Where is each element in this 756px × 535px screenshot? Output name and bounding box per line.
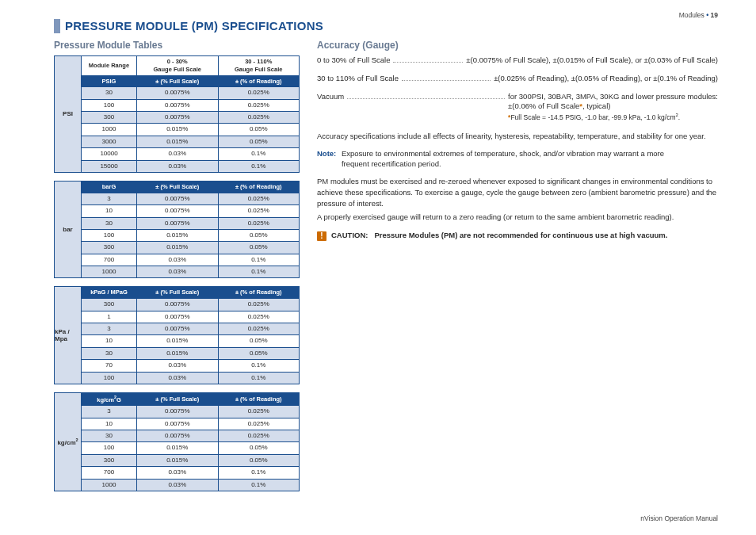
- table-cell: 30: [82, 217, 137, 229]
- dots-icon: [402, 74, 491, 81]
- vacuum-line2-post: , typical): [582, 101, 610, 110]
- table-cell: 0.03%: [137, 160, 219, 172]
- table-row: 700.03%0.1%: [82, 360, 300, 372]
- table-cell: 0.015%: [137, 454, 219, 466]
- note-block: Note: Exposure to environmental extremes…: [317, 148, 718, 170]
- table-row: 10.0075%0.025%: [82, 311, 300, 323]
- table-cell: 0.03%: [137, 254, 219, 266]
- table-cell: 3000: [82, 136, 137, 147]
- table-head-cell: 30 - 110%Gauge Full Scale: [218, 56, 300, 76]
- table-cell: 10: [82, 335, 137, 347]
- table-blue-head: ± (% Full Scale): [137, 75, 219, 87]
- table-cell: 100: [82, 372, 137, 384]
- spec-value: ±(0.0075% of Full Scale), ±(0.015% of Fu…: [466, 55, 718, 66]
- table-row: 150000.03%0.1%: [82, 160, 300, 172]
- table-cell: 100: [82, 229, 137, 241]
- note-text: Exposure to environmental extremes of te…: [338, 148, 682, 170]
- accuracy-paragraph-2: PM modules must be exercised and re-zero…: [317, 176, 718, 208]
- caution-icon: [317, 231, 326, 241]
- table-cell: 0.05%: [218, 442, 300, 454]
- accuracy-paragraph-3: A properly exercised gauge will return t…: [317, 212, 718, 223]
- left-column: Pressure Module Tables PSIModule Range0 …: [54, 40, 300, 499]
- table-cell: 0.025%: [218, 430, 300, 441]
- spec-value: ±(0.025% of Reading), ±(0.05% of Reading…: [494, 74, 718, 84]
- table-cell: 10: [82, 205, 137, 217]
- table-cell: 0.1%: [218, 372, 300, 384]
- table-blue-head: kPaG / MPaG: [82, 287, 137, 299]
- table-cell: 0.015%: [137, 347, 219, 359]
- spec-label: 0 to 30% of Full Scale: [317, 55, 390, 64]
- table-head-cell: Module Range: [82, 56, 137, 76]
- caution-content: CAUTION: Pressure Modules (PM) are not r…: [331, 231, 667, 239]
- table-cell: 3: [82, 406, 137, 418]
- table-cell: 0.05%: [218, 347, 300, 359]
- table-blue-head: ± (% of Reading): [218, 181, 300, 193]
- columns: Pressure Module Tables PSIModule Range0 …: [54, 40, 718, 499]
- table-cell: 0.015%: [137, 335, 219, 347]
- table-cell: 0.05%: [218, 242, 300, 254]
- table-cell: 700: [82, 254, 137, 266]
- table-row: 100.0075%0.025%: [82, 205, 300, 217]
- table-cell: 0.05%: [218, 136, 300, 147]
- table-row: 10000.03%0.1%: [82, 266, 300, 278]
- table-cell: 300: [82, 299, 137, 311]
- table-row: 300.0075%0.025%: [82, 217, 300, 229]
- caution-text: Pressure Modules (PM) are not recommende…: [374, 231, 667, 239]
- table-cell: 0.025%: [218, 205, 300, 217]
- table-side-label: PSI: [54, 55, 81, 173]
- table-row: 100000.03%0.1%: [82, 148, 300, 160]
- table-cell: 1: [82, 311, 137, 323]
- table-cell: 30: [82, 430, 137, 441]
- table-side-label: kg/cm2: [54, 392, 81, 491]
- table-cell: 0.025%: [218, 99, 300, 111]
- table-cell: 0.015%: [137, 242, 219, 254]
- table-row: 1000.015%0.05%: [82, 442, 300, 454]
- table-cell: 0.03%: [137, 479, 219, 491]
- table-cell: 10000: [82, 148, 137, 160]
- page-number: 19: [711, 11, 718, 19]
- table-row: 7000.03%0.1%: [82, 467, 300, 479]
- table-cell: 0.1%: [218, 467, 300, 479]
- table-cell: 0.1%: [218, 360, 300, 372]
- dots-icon: [347, 92, 505, 99]
- table-blue-head: ± (% Full Scale): [137, 181, 219, 193]
- spec-lines: 0 to 30% of Full Scale±(0.0075% of Full …: [317, 55, 718, 84]
- note-label: Note:: [317, 149, 336, 158]
- table-row: 1000.0075%0.025%: [82, 99, 300, 111]
- table-row: 1000.015%0.05%: [82, 229, 300, 241]
- accuracy-paragraph-1: Accuracy specifications include all effe…: [317, 131, 718, 142]
- table-cell: 700: [82, 467, 137, 479]
- table-row: 10000.03%0.1%: [82, 479, 300, 491]
- table-row: 300.015%0.05%: [82, 347, 300, 359]
- table-row: 7000.03%0.1%: [82, 254, 300, 266]
- table-cell: 0.025%: [218, 299, 300, 311]
- table-cell: 300: [82, 454, 137, 466]
- table-cell: 0.025%: [218, 193, 300, 204]
- table-row: 3000.015%0.05%: [82, 242, 300, 254]
- table-cell: 0.0075%: [137, 87, 219, 99]
- table-row: 1000.03%0.1%: [82, 372, 300, 384]
- table-cell: 0.0075%: [137, 418, 219, 430]
- table-cell: 0.03%: [137, 467, 219, 479]
- table-row: 30.0075%0.025%: [82, 323, 300, 335]
- table-cell: 0.1%: [218, 148, 300, 160]
- vacuum-line1: for 300PSI, 30BAR, 3MPA, 30KG and lower …: [508, 92, 718, 101]
- table-head-cell: 0 - 30%Gauge Full Scale: [137, 56, 219, 76]
- page-title: PRESSURE MODULE (PM) SPECIFICATIONS: [54, 19, 718, 33]
- table-blue-head: ± (% Full Scale): [137, 287, 219, 299]
- table-row: 300.0075%0.025%: [82, 430, 300, 441]
- table-blue-head: PSIG: [82, 75, 137, 87]
- table-side-label: bar: [54, 181, 81, 278]
- footer-text: nVision Operation Manual: [640, 514, 718, 522]
- table-cell: 0.0075%: [137, 323, 219, 335]
- tables-host: PSIModule Range0 - 30%Gauge Full Scale30…: [54, 55, 300, 491]
- table-cell: 30: [82, 87, 137, 99]
- vacuum-line: Vacuum for 300PSI, 30BAR, 3MPA, 30KG and…: [317, 92, 718, 123]
- table-cell: 3: [82, 323, 137, 335]
- table-cell: 0.03%: [137, 148, 219, 160]
- table-cell: 0.03%: [137, 360, 219, 372]
- table-cell: 10: [82, 418, 137, 430]
- table-cell: 0.015%: [137, 442, 219, 454]
- caution-row: CAUTION: Pressure Modules (PM) are not r…: [317, 231, 718, 241]
- table-cell: 0.025%: [218, 112, 300, 124]
